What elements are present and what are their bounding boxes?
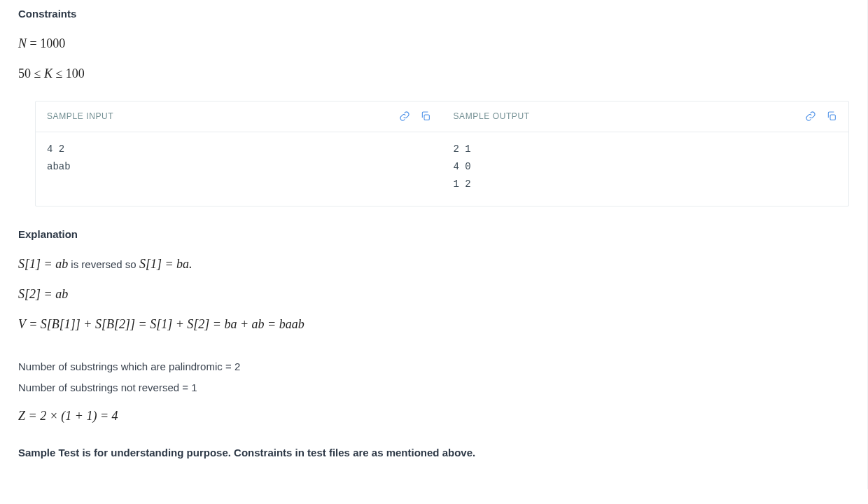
sample-input-body: 4 2 abab — [36, 132, 442, 188]
sample-input-header: SAMPLE INPUT — [36, 102, 442, 132]
svg-rect-0 — [424, 115, 429, 120]
explanation-section: Explanation S[1] = ab is reversed so S[1… — [18, 226, 849, 461]
expl-m1-a: S[1] = ab — [18, 257, 68, 271]
sample-output-actions — [805, 111, 837, 122]
svg-rect-1 — [830, 115, 835, 120]
expl-m3-inner: V = S[B[1]] + S[B[2]] = S[1] + S[2] = ba… — [18, 317, 304, 331]
sample-output-label: SAMPLE OUTPUT — [454, 110, 530, 123]
spacer — [18, 344, 849, 354]
link-icon[interactable] — [805, 111, 816, 122]
problem-content: Constraints N = 1000 50 ≤ K ≤ 100 SAMPLE… — [0, 0, 868, 489]
eq-op: = — [27, 36, 40, 50]
expl-m1: S[1] = ab is reversed so S[1] = ba. — [18, 254, 849, 274]
expl-m2-inner: S[2] = ab — [18, 287, 68, 301]
le-op-1: ≤ — [31, 66, 44, 80]
constraint-n: N = 1000 — [18, 34, 849, 54]
sample-input-label: SAMPLE INPUT — [47, 110, 113, 123]
val-100: 100 — [66, 66, 85, 80]
copy-icon[interactable] — [826, 111, 837, 122]
sample-input-actions — [399, 111, 431, 122]
sample-note: Sample Test is for understanding purpose… — [18, 444, 849, 461]
val-1000: 1000 — [40, 36, 65, 50]
expl-m4: Z = 2 × (1 + 1) = 4 — [18, 406, 849, 426]
var-k: K — [44, 66, 52, 80]
le-op-2: ≤ — [52, 66, 66, 80]
expl-p1: Number of substrings which are palindrom… — [18, 358, 849, 375]
expl-m1-c: S[1] = ba. — [139, 257, 192, 271]
link-icon[interactable] — [399, 111, 410, 122]
sample-output-header: SAMPLE OUTPUT — [442, 102, 849, 132]
explanation-heading: Explanation — [18, 226, 849, 243]
sample-output-body: 2 1 4 0 1 2 — [442, 132, 849, 206]
expl-m3: V = S[B[1]] + S[B[2]] = S[1] + S[2] = ba… — [18, 314, 849, 335]
sample-input-col: SAMPLE INPUT 4 2 abab — [36, 102, 442, 206]
expl-m2: S[2] = ab — [18, 284, 849, 304]
sample-io-block: SAMPLE INPUT 4 2 abab SAMPLE OUTPUT 2 1 … — [35, 101, 849, 207]
constraints-heading: Constraints — [18, 6, 849, 22]
sample-output-col: SAMPLE OUTPUT 2 1 4 0 1 2 — [442, 102, 849, 206]
expl-m4-inner: Z = 2 × (1 + 1) = 4 — [18, 409, 118, 423]
var-n: N — [18, 36, 27, 50]
expl-p2: Number of substrings not reversed = 1 — [18, 379, 849, 396]
copy-icon[interactable] — [420, 111, 431, 122]
constraint-k: 50 ≤ K ≤ 100 — [18, 64, 849, 84]
val-50: 50 — [18, 66, 31, 80]
expl-m1-b: is reversed so — [68, 258, 139, 270]
